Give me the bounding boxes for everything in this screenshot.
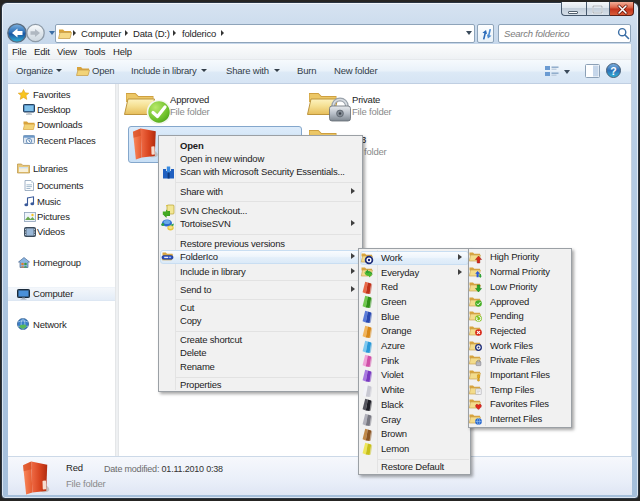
svg-text:?: ?: [610, 65, 616, 77]
